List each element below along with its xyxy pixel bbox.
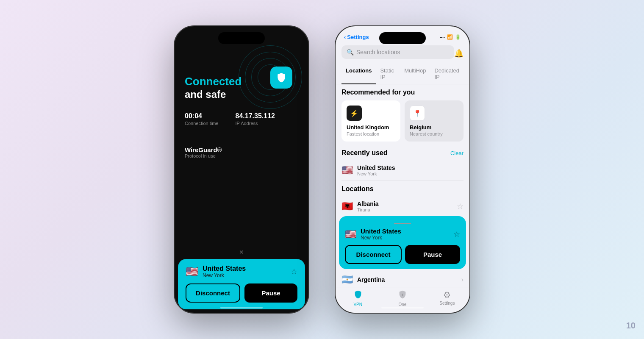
- dynamic-island: [218, 32, 265, 44]
- active-action-buttons: Disconnect Pause: [345, 245, 460, 264]
- argentina-chevron-icon: ›: [461, 276, 464, 283]
- search-placeholder: Search locations: [356, 49, 400, 56]
- recommended-title: Recommended for you: [341, 89, 464, 96]
- connection-time-value: 00:04: [185, 112, 219, 120]
- scroll-hint: [394, 223, 411, 224]
- tab-bar: VPN 1 One ⚙ Settings: [336, 287, 469, 313]
- active-loc-info: 🇺🇸 United States New York: [345, 228, 401, 241]
- tab-bar-settings[interactable]: ⚙ Settings: [425, 290, 469, 307]
- signal-rings: [236, 43, 304, 111]
- action-buttons: Disconnect Pause: [186, 283, 297, 303]
- albania-city: Tirana: [357, 207, 452, 212]
- albania-star-icon[interactable]: ☆: [457, 202, 464, 211]
- locations-scroll-area: Recommended for you ⚡ United Kingdom Fas…: [336, 89, 469, 214]
- disconnect-button[interactable]: Disconnect: [186, 283, 240, 303]
- signal-icon: ····: [440, 35, 445, 40]
- ip-address-stat: 84.17.35.112 IP Address: [236, 112, 275, 126]
- ip-address-label: IP Address: [236, 121, 275, 126]
- active-loc-row: 🇺🇸 United States New York ☆: [345, 228, 460, 241]
- vpn-tab-label: VPN: [353, 302, 362, 307]
- active-loc-country: United States: [361, 228, 401, 235]
- connection-time-stat: 00:04 Connection time: [185, 112, 219, 126]
- rec-belgium-sub: Nearest country: [410, 131, 458, 136]
- tab-static-ip[interactable]: Static IP: [376, 64, 400, 84]
- phone-2: ‹ Settings 10:55 ···· 📶 🔋 🔍 Search locat…: [335, 25, 470, 314]
- albania-item[interactable]: 🇦🇱 Albania Tirana ☆: [341, 196, 464, 214]
- pause-button[interactable]: Pause: [244, 283, 297, 303]
- one-shield-icon: 1: [398, 290, 407, 299]
- phone-1: Connected and safe 00:04 Connection time…: [174, 25, 309, 314]
- shield-icon: [276, 72, 287, 83]
- watermark: 10: [626, 321, 636, 331]
- argentina-partial-item[interactable]: 🇦🇷 Argentina ›: [336, 272, 469, 287]
- tab-dedicated-ip[interactable]: Dedicated IP: [430, 64, 464, 84]
- location-bottom-card: 🇺🇸 United States New York ☆ Disconnect P…: [178, 259, 305, 309]
- shield-tab-icon: [353, 290, 363, 299]
- tab-locations[interactable]: Locations: [341, 64, 376, 84]
- stats-row: 00:04 Connection time 84.17.35.112 IP Ad…: [185, 112, 298, 126]
- active-loc-city: New York: [361, 235, 401, 241]
- recently-used-title: Recently used: [341, 149, 387, 157]
- location-header-row: 🇺🇸 United States New York ☆: [186, 265, 297, 278]
- active-location-bar: 🇺🇸 United States New York ☆ Disconnect P…: [339, 216, 466, 269]
- us-flag-recent: 🇺🇸: [341, 165, 353, 176]
- active-flag: 🇺🇸: [345, 229, 356, 240]
- argentina-country: Argentina: [357, 276, 457, 283]
- recommended-grid: ⚡ United Kingdom Fastest location 📍 Belg…: [341, 100, 464, 142]
- locations-screen: ‹ Settings 10:55 ···· 📶 🔋 🔍 Search locat…: [336, 26, 469, 313]
- battery-icon: 🔋: [455, 34, 461, 40]
- home-indicator: [220, 307, 263, 308]
- one-tab-label: One: [399, 302, 407, 307]
- pause-button-2[interactable]: Pause: [405, 245, 460, 264]
- rec-card-belgium[interactable]: 📍 Belgium Nearest country: [405, 100, 464, 142]
- us-city: New York: [357, 171, 464, 176]
- nearest-icon-box: 📍: [410, 106, 425, 121]
- us-text-block: United States New York: [357, 164, 464, 176]
- settings-tab-icon: ⚙: [443, 290, 451, 300]
- vpn-shield-button[interactable]: [270, 67, 292, 89]
- clear-button[interactable]: Clear: [450, 150, 464, 156]
- ip-address-value: 84.17.35.112: [236, 112, 275, 120]
- vpn-tab-icon: [353, 290, 363, 301]
- chevron-left-icon: ‹: [344, 34, 346, 40]
- back-button[interactable]: ‹ Settings: [344, 34, 369, 40]
- tab-multihop[interactable]: MultiHop: [400, 64, 430, 84]
- favorite-star-icon[interactable]: ☆: [291, 267, 297, 276]
- connected-main-area: Connected and safe 00:04 Connection time…: [175, 26, 308, 245]
- search-bar[interactable]: 🔍 Search locations: [341, 45, 454, 59]
- argentina-text: Argentina: [357, 276, 457, 283]
- dynamic-island-2: [379, 32, 426, 44]
- tab-bar-one[interactable]: 1 One: [380, 290, 425, 307]
- back-label: Settings: [347, 34, 369, 40]
- location-info: 🇺🇸 United States New York: [186, 265, 246, 278]
- location-city: New York: [203, 272, 246, 278]
- close-row: ✕: [175, 245, 308, 259]
- home-indicator-2: [381, 307, 424, 308]
- protocol-row: WireGuard® Protocol in use: [185, 136, 298, 158]
- close-icon[interactable]: ✕: [239, 249, 244, 256]
- vpn-connected-screen: Connected and safe 00:04 Connection time…: [175, 26, 308, 313]
- notification-bell-icon[interactable]: 🔔: [454, 49, 464, 58]
- protocol-name: WireGuard®: [185, 146, 298, 153]
- rec-uk-sub: Fastest location: [347, 131, 395, 136]
- protocol-label: Protocol in use: [185, 153, 298, 158]
- recently-used-header: Recently used Clear: [341, 149, 464, 157]
- location-country: United States: [203, 265, 246, 272]
- disconnect-button-2[interactable]: Disconnect: [345, 245, 402, 264]
- albania-flag: 🇦🇱: [341, 201, 353, 212]
- connection-time-label: Connection time: [185, 121, 219, 126]
- tab-bar-vpn[interactable]: VPN: [336, 290, 380, 307]
- locations-section-title: Locations: [341, 185, 464, 193]
- albania-text: Albania Tirana: [357, 200, 452, 212]
- active-star-icon[interactable]: ☆: [453, 230, 460, 239]
- rec-uk-country: United Kingdom: [347, 124, 395, 131]
- wifi-icon: 📶: [447, 34, 453, 40]
- search-icon: 🔍: [347, 49, 354, 56]
- fastest-icon-box: ⚡: [347, 106, 362, 121]
- svg-text:1: 1: [401, 293, 403, 297]
- rec-card-uk[interactable]: ⚡ United Kingdom Fastest location: [341, 100, 400, 142]
- status-icons: ···· 📶 🔋: [440, 34, 461, 40]
- albania-country: Albania: [357, 200, 452, 207]
- recent-us-item[interactable]: 🇺🇸 United States New York: [341, 160, 464, 181]
- argentina-flag: 🇦🇷: [341, 274, 353, 285]
